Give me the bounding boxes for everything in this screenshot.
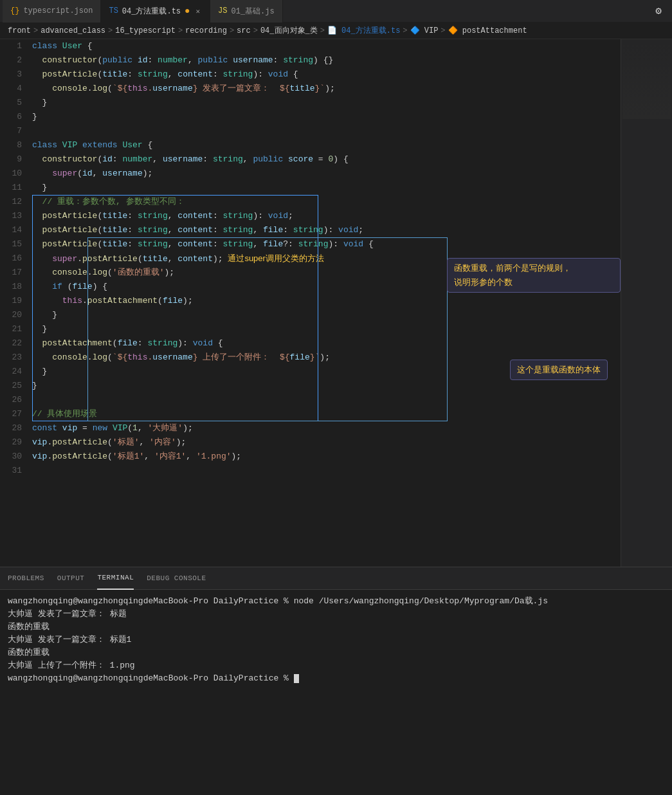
js-icon: JS	[218, 6, 227, 15]
code-line-11: }	[32, 181, 621, 195]
tab-label: typescript.json	[23, 6, 93, 15]
breadcrumb-item[interactable]: 📄 04_方法重载.ts	[327, 25, 400, 36]
code-line-24: }	[32, 365, 621, 379]
breadcrumb-item[interactable]: 16_typescript	[115, 26, 176, 35]
code-line-19: this.postAttachment(file);	[32, 294, 621, 308]
tab-debug-console[interactable]: DEBUG CONSOLE	[147, 567, 206, 590]
ts-icon: TS	[109, 6, 118, 15]
code-line-22: postAttachment(file: string): void {	[32, 336, 621, 351]
code-editor[interactable]: class User { constructor(public id: numb…	[30, 39, 621, 567]
code-line-7	[32, 124, 621, 138]
terminal-content: wangzhongqing@wangzhongqingdeMacBook-Pro…	[0, 590, 672, 690]
terminal-container: PROBLEMS OUTPUT TERMINAL DEBUG CONSOLE w…	[0, 567, 672, 795]
code-line-27: // 具体使用场景	[32, 407, 621, 421]
breadcrumb-item[interactable]: src	[237, 26, 251, 35]
code-line-1: class User {	[32, 39, 621, 53]
code-line-20: }	[32, 308, 621, 322]
code-line-6: }	[32, 110, 621, 124]
code-line-2: constructor(public id: number, public us…	[32, 53, 621, 68]
tab-label: 04_方法重载.ts	[122, 6, 181, 17]
line-numbers: 12345 678910 1112131415 1617181920 21222…	[0, 39, 30, 567]
code-line-16: super.postArticle(title, content); 通过sup…	[32, 251, 621, 266]
terminal-line-5: 函数的重载	[8, 646, 664, 659]
breadcrumb-item[interactable]: advanced_class	[41, 26, 105, 35]
terminal-line-2: 大帅逼 发表了一篇文章： 标题	[8, 608, 664, 621]
code-line-26	[32, 393, 621, 407]
tab-close-button[interactable]: ✕	[194, 6, 202, 17]
code-line-28: const vip = new VIP(1, '大帅逼');	[32, 421, 621, 435]
settings-icon[interactable]: ⚙	[648, 5, 669, 17]
terminal-line-7: wangzhongqing@wangzhongqingdeMacBook-Pro…	[8, 672, 664, 685]
code-line-29: vip.postArticle('标题', '内容');	[32, 435, 621, 450]
breadcrumb: front > advanced_class > 16_typescript >…	[0, 23, 672, 39]
breadcrumb-item[interactable]: 🔶 postAttachment	[448, 26, 527, 35]
terminal-line-4: 大帅逼 发表了一篇文章： 标题1	[8, 634, 664, 646]
tab-output[interactable]: OUTPUT	[57, 567, 85, 590]
terminal-line-3: 函数的重载	[8, 621, 664, 634]
json-icon: {}	[10, 6, 19, 15]
code-line-4: console.log(`${this.username} 发表了一篇文章： $…	[32, 82, 621, 96]
breadcrumb-item[interactable]: 04_面向对象_类	[260, 25, 318, 36]
tab-04-methods[interactable]: TS 04_方法重载.ts ● ✕	[101, 0, 210, 23]
breadcrumb-item[interactable]: front	[8, 26, 31, 35]
terminal-tab-bar: PROBLEMS OUTPUT TERMINAL DEBUG CONSOLE	[0, 567, 672, 590]
code-line-23: console.log(`${this.username} 上传了一个附件： $…	[32, 351, 621, 365]
code-line-10: super(id, username);	[32, 167, 621, 181]
tab-terminal[interactable]: TERMINAL	[97, 567, 134, 590]
code-line-3: postArticle(title: string, content: stri…	[32, 68, 621, 82]
tab-01-basic[interactable]: JS 01_基础.js	[210, 0, 283, 23]
terminal-line-1: wangzhongqing@wangzhongqingdeMacBook-Pro…	[8, 595, 664, 608]
minimap	[621, 39, 672, 567]
tab-typescript-json[interactable]: {} typescript.json	[3, 0, 101, 23]
tab-bar: {} typescript.json TS 04_方法重载.ts ● ✕ JS …	[0, 0, 672, 23]
editor: 12345 678910 1112131415 1617181920 21222…	[0, 39, 672, 567]
code-line-21: }	[32, 322, 621, 336]
code-line-30: vip.postArticle('标题1', '内容1', '1.png');	[32, 450, 621, 464]
breadcrumb-item[interactable]: recording	[185, 26, 227, 35]
breadcrumb-item[interactable]: 🔷 VIP	[410, 26, 439, 35]
code-line-9: constructor(id: number, username: string…	[32, 152, 621, 167]
terminal-line-6: 大帅逼 上传了一个附件： 1.png	[8, 659, 664, 672]
code-line-8: class VIP extends User {	[32, 138, 621, 152]
code-line-25: }	[32, 379, 621, 393]
tab-label: 01_基础.js	[232, 6, 275, 17]
code-line-15: postArticle(title: string, content: stri…	[32, 237, 621, 251]
code-line-17: console.log('函数的重载');	[32, 266, 621, 280]
code-line-5: }	[32, 96, 621, 110]
tab-problems[interactable]: PROBLEMS	[8, 567, 44, 590]
code-line-18: if (file) {	[32, 280, 621, 294]
code-line-12: // 重载：参数个数, 参数类型不同：	[32, 195, 621, 209]
code-line-14: postArticle(title: string, content: stri…	[32, 223, 621, 237]
code-line-31	[32, 464, 621, 478]
code-line-13: postArticle(title: string, content: stri…	[32, 209, 621, 223]
modified-indicator: ●	[185, 6, 190, 16]
